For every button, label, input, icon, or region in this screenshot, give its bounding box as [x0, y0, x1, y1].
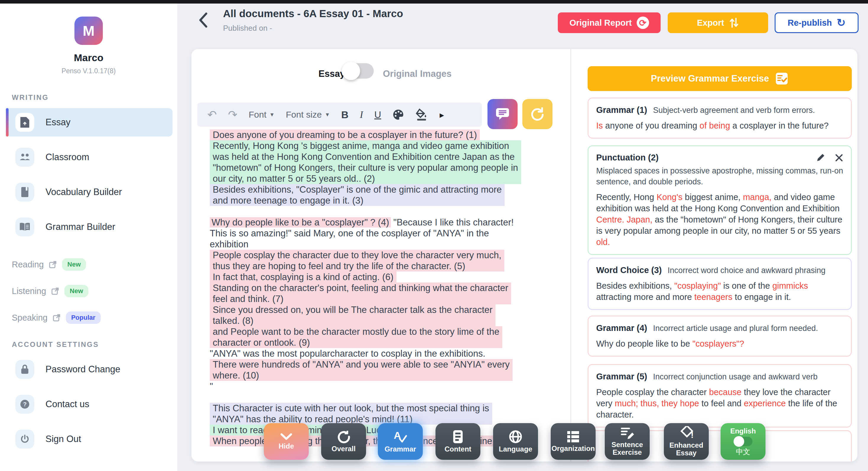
sidebar-item-label: Password Change [45, 364, 120, 375]
main-card: Essay Original Images ↶ ↷ Font▼ Font siz… [191, 49, 857, 462]
essay-images-toggle[interactable] [344, 63, 374, 78]
dock-language-toggle-button[interactable]: English 中文 [720, 423, 766, 460]
sidebar: M Marco Penso V.1.0.17(8) WRITING Essay … [0, 4, 177, 471]
essay-paragraph: and People want to be the character most… [210, 326, 502, 348]
page-title: All documents - 6A Essay 01 - Marco [223, 8, 403, 20]
text-color-button[interactable] [392, 109, 404, 121]
document-icon [16, 113, 34, 132]
essay-paragraph: Why do people like to be a "cosplayer" ?… [210, 217, 561, 250]
card-type: Punctuation (2) [596, 153, 658, 162]
sidebar-item-grammar-builder[interactable]: Grammar Builder [6, 213, 173, 241]
link-label: Listening [12, 286, 46, 296]
feedback-card-word-choice-3[interactable]: Word Choice (3) Incorrect word choice an… [588, 258, 852, 310]
sidebar-item-vocabulary-builder[interactable]: Vocabulary Builder [6, 178, 173, 206]
dock-grammar-button[interactable]: A Grammar [378, 423, 423, 460]
card-correction-text: Why do people like to be "cosplayers"? [596, 338, 843, 349]
app-version: Penso V.1.0.17(8) [0, 67, 177, 75]
sidebar-link-reading[interactable]: Reading New [12, 258, 177, 271]
underline-button[interactable]: U [374, 109, 381, 120]
font-size-dropdown[interactable]: Font size▼ [286, 109, 330, 120]
published-status: Published on - [223, 24, 272, 33]
feedback-card-grammar-5[interactable]: Grammar (5) Incorrect conjunction usage … [588, 364, 852, 428]
exercise-checklist-icon [775, 72, 788, 85]
sidebar-item-label: Vocabulary Builder [45, 187, 122, 197]
dock-language-button[interactable]: Language [493, 423, 538, 460]
dock-button-label: Sentence Exercise [605, 441, 650, 456]
feedback-card-grammar-4[interactable]: Grammar (4) Incorrect article usage and … [588, 316, 852, 357]
republish-button[interactable]: Re-publish ↻ [775, 12, 859, 33]
back-button[interactable] [197, 12, 209, 28]
english-chinese-toggle[interactable] [734, 437, 752, 446]
dock-button-label: Organization [552, 445, 595, 452]
external-link-icon [53, 314, 61, 321]
content-doc-icon [453, 430, 463, 443]
card-type: Grammar (5) [596, 372, 647, 381]
sidebar-link-listening[interactable]: Listening New [12, 285, 177, 297]
card-description: Incorrect article usage and plural form … [653, 323, 818, 334]
dock-button-label: Hide [279, 442, 294, 450]
help-icon: ? [16, 395, 34, 414]
sidebar-item-contact-us[interactable]: ? Contact us [6, 390, 173, 418]
essay-paragraph: " [210, 381, 561, 392]
export-button[interactable]: Export [668, 12, 768, 33]
card-description: Incorrect word choice and awkward phrasi… [668, 265, 826, 276]
comment-icon [495, 107, 510, 121]
avatar-letter: M [83, 23, 95, 39]
essay-paragraph: Besides exhibitions, "Cosplayer" is one … [210, 184, 505, 206]
preview-grammar-exercise-button[interactable]: Preview Grammar Exercise [588, 66, 852, 91]
close-icon[interactable] [835, 154, 843, 162]
feedback-card-grammar-1[interactable]: Grammar (1) Subject-verb agreement and v… [588, 97, 852, 138]
preview-grammar-exercise-label: Preview Grammar Exercise [651, 73, 769, 84]
editor-toolbar: ↶ ↷ Font▼ Font size▼ B I U ▸ [197, 102, 482, 127]
feedback-card-punctuation-2[interactable]: Punctuation (2) Misplaced spaces in poss… [588, 146, 852, 255]
redo-button[interactable]: ↷ [228, 108, 238, 121]
essay-paragraph: In fact that, cosplaying is a kind of ac… [210, 272, 397, 282]
chevron-down-icon [280, 433, 293, 441]
card-correction-text: Besides exhibitions, "cosplaying" is one… [596, 280, 843, 303]
notebook-icon [16, 183, 34, 201]
italic-button[interactable]: I [360, 109, 363, 120]
essay-editor[interactable]: Does anyone of you dreaming to be a cosp… [210, 129, 561, 446]
essay-paragraph: People cosplay the character due to they… [210, 250, 504, 272]
fill-color-button[interactable] [415, 108, 428, 121]
user-name: Marco [0, 52, 177, 64]
original-report-button[interactable]: Original Report ⟳ [558, 12, 660, 33]
republish-label: Re-publish [788, 18, 832, 28]
dock-sentence-exercise-button[interactable]: Sentence Exercise [605, 423, 650, 460]
power-icon [16, 430, 34, 448]
dock-hide-button[interactable]: Hide [264, 423, 309, 460]
sidebar-item-essay[interactable]: Essay [6, 108, 173, 136]
export-arrows-icon [729, 17, 739, 28]
toggle-essay-label: Essay [318, 68, 345, 79]
font-dropdown[interactable]: Font▼ [249, 109, 275, 120]
dock-content-button[interactable]: Content [435, 423, 480, 460]
svg-text:?: ? [23, 401, 27, 407]
lock-icon [16, 360, 34, 379]
edit-pencil-icon[interactable] [816, 153, 825, 162]
chevron-down-icon: ▼ [270, 112, 275, 118]
dock-organization-button[interactable]: Organization [551, 423, 596, 460]
sidebar-item-sign-out[interactable]: Sign Out [6, 425, 173, 453]
dock-button-label: Enhanced Essay [664, 441, 709, 457]
sentence-exercise-icon [620, 427, 634, 439]
toolbar-expand-arrow[interactable]: ▸ [440, 109, 444, 120]
dock-button-label: Overall [332, 445, 355, 453]
essay-paragraph: Recently, Hong Kong 's biggest anime, ma… [210, 140, 521, 184]
dock-overall-button[interactable]: Overall [321, 423, 366, 460]
dock-enhanced-essay-button[interactable]: ! Enhanced Essay [664, 423, 709, 460]
republish-refresh-icon: ↻ [837, 17, 845, 29]
bold-button[interactable]: B [341, 109, 349, 121]
comment-button[interactable] [488, 99, 518, 129]
sidebar-item-classroom[interactable]: Classroom [6, 143, 173, 171]
svg-text:!: ! [691, 430, 693, 440]
sidebar-item-label: Sign Out [45, 434, 81, 444]
essay-paragraph: Standing on the character's point, feeli… [210, 282, 511, 304]
export-label: Export [697, 18, 724, 28]
writing-section-label: WRITING [12, 93, 177, 102]
refresh-button[interactable] [522, 99, 553, 129]
undo-button[interactable]: ↶ [208, 108, 217, 121]
sidebar-link-speaking[interactable]: Speaking Popular [12, 311, 177, 324]
sidebar-item-password-change[interactable]: Password Change [6, 355, 173, 383]
toggle-knob [342, 62, 360, 80]
essay-blank-line [210, 392, 561, 403]
